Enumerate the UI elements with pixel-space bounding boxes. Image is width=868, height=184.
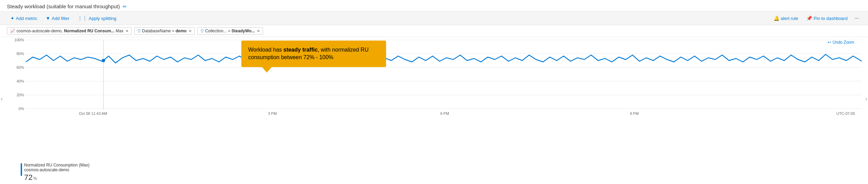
chart-svg-container: 100% 80% 60% 40% 20% 0% Oct 08 11:43 AM … (7, 37, 861, 120)
legend-text: Normalized RU Consumption (Max) cosmos-a… (24, 163, 89, 181)
filter-pill-collection: ▽ Collection... = SteadyWo... ✕ (198, 27, 263, 35)
legend-sublabel: cosmos-autoscale-demo (24, 167, 89, 172)
remove-collection-icon[interactable]: ✕ (257, 29, 260, 33)
more-icon: ··· (855, 15, 859, 21)
svg-text:40%: 40% (17, 79, 24, 83)
add-filter-button[interactable]: ▼ Add filter (42, 14, 73, 22)
alert-rule-button[interactable]: 🔔 alert rule (770, 14, 802, 22)
callout-prefix: Workload has (248, 47, 283, 53)
undo-zoom-label: Undo Zoom (832, 40, 854, 45)
filter-pill-database: ▽ DatabaseName = demo ✕ (134, 27, 195, 35)
add-metric-label: Add metric (16, 16, 37, 21)
filter-pill-database-text: DatabaseName = demo (142, 29, 186, 33)
svg-point-18 (102, 59, 105, 62)
title-row: Steady workload (suitable for manual thr… (0, 0, 868, 11)
filter-row: 📈 cosmos-autoscale-demo, Normalized RU C… (0, 25, 868, 37)
callout-tooltip: Workload has steady traffic, with normal… (241, 41, 386, 67)
svg-text:UTC-07:00: UTC-07:00 (836, 111, 855, 116)
remove-database-icon[interactable]: ✕ (189, 29, 192, 33)
svg-text:100%: 100% (14, 38, 24, 42)
legend-value: 72 (24, 174, 32, 181)
add-filter-label: Add filter (52, 16, 69, 21)
legend-label: Normalized RU Consumption (Max) (24, 163, 89, 167)
add-filter-icon: ▼ (46, 15, 50, 21)
chart-svg: 100% 80% 60% 40% 20% 0% Oct 08 11:43 AM … (14, 37, 868, 120)
filter-db-icon: ▽ (138, 29, 141, 33)
apply-splitting-button[interactable]: ⋮⋮ Apply splitting (74, 14, 120, 22)
page-title: Steady workload (suitable for manual thr… (7, 3, 120, 9)
legend-area: Normalized RU Consumption (Max) cosmos-a… (0, 160, 868, 184)
bell-icon: 🔔 (774, 15, 779, 21)
undo-zoom-button[interactable]: ↩ Undo Zoom (828, 40, 854, 45)
filter-pill-collection-text: Collection... = SteadyWo... (205, 29, 255, 33)
alert-rule-label: alert rule (781, 16, 798, 21)
filter-coll-icon: ▽ (201, 29, 204, 33)
filter-pill-metric-text: cosmos-autoscale-demo, Normalized RU Con… (17, 29, 123, 33)
legend-unit: % (33, 176, 37, 181)
toolbar-row: ✦ Add metric ▼ Add filter ⋮⋮ Apply split… (0, 11, 868, 25)
filter-pill-metric: 📈 cosmos-autoscale-demo, Normalized RU C… (7, 27, 132, 35)
add-metric-icon: ✦ (10, 15, 14, 21)
svg-text:20%: 20% (17, 93, 24, 97)
legend-item: Normalized RU Consumption (Max) cosmos-a… (21, 163, 861, 181)
undo-zoom-icon: ↩ (828, 40, 831, 45)
svg-text:9 PM: 9 PM (630, 111, 639, 116)
chart-nav-left-button[interactable]: ‹ (1, 95, 3, 102)
svg-text:3 PM: 3 PM (268, 111, 277, 116)
add-metric-button[interactable]: ✦ Add metric (7, 14, 41, 22)
remove-metric-icon[interactable]: ✕ (125, 29, 129, 33)
svg-text:80%: 80% (17, 52, 24, 56)
chart-nav-right-button[interactable]: › (865, 95, 867, 102)
pin-to-dashboard-button[interactable]: 📌 Pin to dashboard (803, 14, 851, 22)
edit-icon[interactable]: ✏ (123, 4, 127, 9)
legend-color-bar (21, 163, 22, 176)
callout-bold: steady traffic (283, 47, 318, 53)
pin-to-dashboard-label: Pin to dashboard (814, 16, 847, 21)
chart-area: Workload has steady traffic, with normal… (0, 37, 868, 160)
pin-icon: 📌 (806, 15, 812, 21)
toolbar-right: 🔔 alert rule 📌 Pin to dashboard ··· (770, 14, 861, 23)
apply-splitting-label: Apply splitting (89, 16, 116, 21)
page-container: Steady workload (suitable for manual thr… (0, 0, 868, 184)
svg-text:6 PM: 6 PM (440, 111, 449, 116)
more-options-button[interactable]: ··· (852, 14, 861, 23)
apply-splitting-icon: ⋮⋮ (78, 15, 87, 21)
svg-text:60%: 60% (17, 65, 24, 69)
metric-chart-icon: 📈 (10, 29, 15, 33)
svg-text:Oct 08  11:43 AM: Oct 08 11:43 AM (79, 111, 107, 116)
svg-text:0%: 0% (19, 107, 24, 111)
